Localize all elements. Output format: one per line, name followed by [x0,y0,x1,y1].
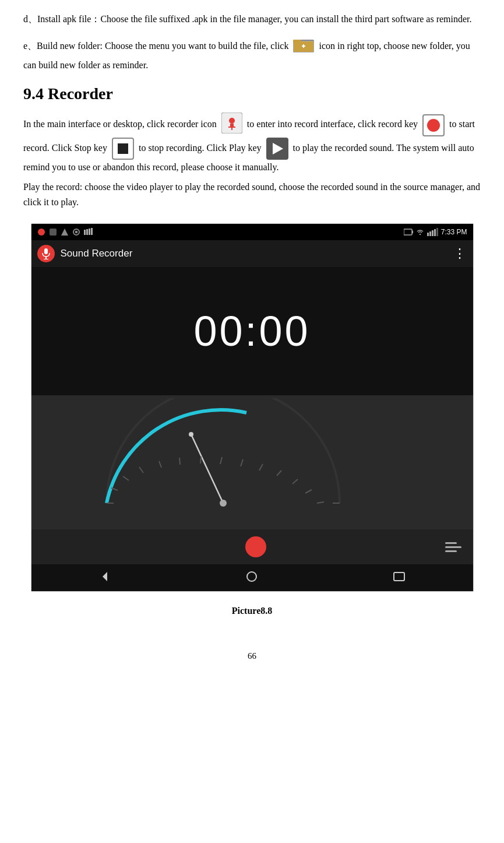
app-title: Sound Recorder [61,248,133,259]
gauge-section [31,395,473,529]
svg-point-7 [229,118,235,124]
record-button[interactable] [245,536,266,557]
stop-key-icon [112,138,134,160]
svg-line-43 [277,470,281,476]
status-bar: 7:33 PM [31,224,473,240]
svg-rect-18 [89,229,90,235]
svg-rect-28 [45,257,47,259]
folder-icon [293,36,314,58]
svg-marker-13 [61,229,68,236]
list-icon[interactable] [445,542,461,552]
svg-rect-12 [50,229,57,236]
section-title: 9.4 Recorder [23,85,481,103]
screenshot-caption: Picture8.8 [23,606,481,616]
menu-icon[interactable]: ⋮ [453,246,467,261]
signal-icon [427,228,439,236]
status-icon-1 [37,228,45,236]
recorder-icon [221,113,242,138]
svg-rect-10 [231,128,232,130]
svg-rect-9 [228,127,235,128]
screenshot-container: 7:33 PM Sound Recorder ⋮ 00:00 [31,223,474,592]
status-icon-2 [49,228,57,236]
timer-display: 00:00 [193,307,310,355]
page-number: 66 [23,651,481,661]
controls-bar [31,529,473,564]
svg-line-46 [317,502,324,503]
svg-rect-29 [44,259,48,259]
home-button[interactable] [245,570,259,586]
svg-line-41 [241,459,243,466]
mic-icon [37,245,55,262]
svg-point-31 [220,500,227,507]
svg-rect-3 [293,40,301,43]
status-bar-right: 7:33 PM [404,228,467,236]
section-play-text: Play the record: choose the video player… [23,180,481,209]
section-e-text: e、Build new folder: Choose the menu you … [23,36,481,73]
svg-rect-20 [404,229,412,235]
timer-section: 00:00 [31,267,473,395]
record-key-icon [422,114,445,136]
svg-line-45 [305,490,312,493]
recent-button[interactable] [392,570,406,586]
section-d-text: d、Install apk file：Choose the file suffi… [23,12,481,27]
svg-point-11 [38,229,45,236]
svg-line-42 [259,464,263,470]
svg-rect-50 [394,572,404,581]
svg-rect-15 [75,231,77,233]
svg-marker-48 [103,572,107,581]
svg-rect-23 [429,231,431,236]
svg-rect-17 [86,229,88,235]
status-bar-left-icons [37,228,93,236]
battery-icon [404,229,413,236]
svg-line-30 [191,434,223,503]
svg-rect-19 [91,228,93,235]
svg-rect-25 [434,229,436,236]
svg-line-38 [179,458,180,465]
status-time: 7:33 PM [441,228,467,236]
status-icon-5 [84,228,93,236]
play-key-icon [266,138,288,160]
wifi-icon [415,228,425,236]
svg-rect-22 [427,233,429,236]
svg-line-35 [123,476,129,480]
svg-rect-5 [303,44,304,48]
svg-rect-26 [436,228,438,236]
svg-line-40 [220,457,222,464]
status-icon-4 [72,228,80,236]
svg-line-37 [159,461,161,468]
section-intro: In the main interface or desktop, click … [23,113,481,175]
svg-line-34 [111,488,118,490]
title-bar-left: Sound Recorder [37,245,133,262]
title-bar: Sound Recorder ⋮ [31,240,473,267]
svg-line-39 [200,456,201,463]
svg-line-44 [292,479,298,484]
nav-bar [31,564,473,591]
svg-rect-24 [432,230,433,236]
svg-rect-21 [412,231,413,234]
svg-line-36 [139,467,143,473]
svg-rect-16 [84,230,86,235]
gauge-svg [48,398,456,526]
status-icon-3 [61,228,69,236]
svg-rect-49 [247,572,256,581]
svg-rect-27 [44,248,48,254]
back-button[interactable] [98,570,112,586]
svg-point-32 [189,432,193,437]
